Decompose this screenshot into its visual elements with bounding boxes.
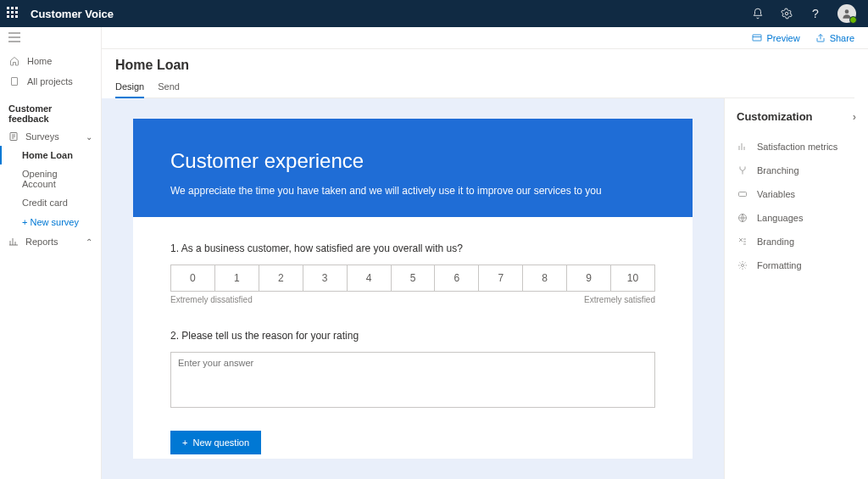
new-question-button[interactable]: + New question: [170, 431, 261, 454]
svg-point-0: [785, 12, 788, 15]
preview-icon: [751, 33, 763, 43]
question-1[interactable]: 1. As a business customer, how satisfied…: [133, 217, 693, 304]
nav-section-label: Customer feedback: [0, 95, 101, 127]
custom-satisfaction-metrics[interactable]: Satisfaction metrics: [737, 135, 856, 159]
preview-button[interactable]: Preview: [751, 33, 800, 43]
rating-6[interactable]: 6: [434, 265, 479, 292]
custom-branching[interactable]: Branching: [737, 159, 856, 182]
svg-rect-5: [739, 192, 747, 197]
scale-low-label: Extremely dissatisfied: [170, 295, 253, 304]
question-2[interactable]: 2. Please tell us the reason for your ra…: [133, 304, 693, 410]
survey-hero[interactable]: Customer experience We appreciate the ti…: [133, 119, 693, 217]
topbar: Customer Voice ?: [0, 0, 868, 27]
hamburger-icon[interactable]: [0, 27, 101, 47]
nav-survey-home-loan[interactable]: Home Loan: [0, 146, 101, 164]
question-1-text: 1. As a business customer, how satisfied…: [170, 242, 655, 254]
question-2-text: 2. Please tell us the reason for your ra…: [170, 330, 655, 342]
surveys-icon: [8, 131, 19, 142]
page-title: Home Loan: [115, 58, 854, 73]
nav-survey-credit-card[interactable]: Credit card: [0, 193, 101, 212]
rating-10[interactable]: 10: [610, 265, 655, 292]
nav-surveys[interactable]: Surveys ⌄: [0, 127, 101, 146]
nav-reports[interactable]: Reports ⌃: [0, 232, 101, 251]
svg-rect-2: [12, 78, 18, 86]
metrics-icon: [737, 141, 748, 153]
canvas-area: Customer experience We appreciate the ti…: [102, 98, 724, 479]
nav-surveys-label: Surveys: [25, 131, 59, 142]
formatting-icon: [737, 259, 748, 271]
nav-new-survey[interactable]: + New survey: [0, 212, 101, 232]
custom-languages[interactable]: Languages: [737, 206, 856, 230]
avatar[interactable]: [837, 4, 856, 23]
tab-send[interactable]: Send: [158, 78, 180, 97]
nav-all-projects[interactable]: All projects: [0, 71, 101, 92]
question-2-input[interactable]: [170, 352, 655, 408]
notification-icon[interactable]: [751, 7, 765, 20]
chevron-down-icon: ⌄: [86, 132, 92, 142]
tab-design[interactable]: Design: [115, 78, 144, 98]
app-title: Customer Voice: [31, 8, 114, 20]
svg-point-7: [742, 265, 744, 267]
tabs: Design Send: [115, 78, 854, 98]
rating-3[interactable]: 3: [303, 265, 348, 292]
svg-point-1: [845, 9, 849, 14]
rating-9[interactable]: 9: [566, 265, 611, 292]
sidebar: Home All projects Customer feedback Surv…: [0, 27, 102, 479]
rating-1[interactable]: 1: [214, 265, 259, 292]
main: Preview Share Home Loan Design Send Cust…: [102, 27, 868, 479]
share-button[interactable]: Share: [815, 33, 854, 43]
survey-title: Customer experience: [170, 149, 655, 173]
survey-subtitle: We appreciate the time you have taken an…: [170, 185, 655, 197]
reports-icon: [8, 237, 19, 247]
custom-variables[interactable]: Variables: [737, 182, 856, 206]
rating-0[interactable]: 0: [170, 265, 215, 292]
waffle-icon[interactable]: [7, 7, 20, 20]
nav-reports-label: Reports: [25, 237, 58, 247]
projects-icon: [8, 75, 20, 87]
scale-high-label: Extremely satisfied: [584, 295, 655, 304]
nav-home-label: Home: [27, 56, 52, 66]
branding-icon: [737, 236, 748, 248]
share-icon: [815, 33, 826, 43]
rating-4[interactable]: 4: [347, 265, 392, 292]
customization-panel: Customization › Satisfaction metrics Bra…: [724, 98, 868, 479]
rating-scale: 0 1 2 3 4 5 6 7 8 9 10: [170, 265, 655, 292]
chevron-up-icon: ⌃: [86, 237, 92, 247]
customization-title: Customization: [737, 110, 813, 123]
survey-canvas: Customer experience We appreciate the ti…: [133, 119, 693, 459]
rating-8[interactable]: 8: [522, 265, 567, 292]
svg-rect-4: [753, 35, 761, 41]
rating-7[interactable]: 7: [478, 265, 523, 292]
custom-formatting[interactable]: Formatting: [737, 253, 856, 277]
command-bar: Preview Share: [102, 27, 868, 49]
home-icon: [8, 55, 20, 67]
rating-2[interactable]: 2: [259, 265, 303, 292]
custom-branding[interactable]: Branding: [737, 230, 856, 253]
nav-all-projects-label: All projects: [27, 76, 73, 86]
nav-home[interactable]: Home: [0, 51, 101, 71]
variables-icon: [737, 188, 748, 200]
globe-icon: [737, 212, 748, 224]
nav-survey-opening-account[interactable]: Opening Account: [0, 164, 101, 193]
branching-icon: [737, 164, 748, 176]
help-icon[interactable]: ?: [809, 7, 822, 20]
plus-icon: +: [182, 437, 187, 448]
chevron-right-icon[interactable]: ›: [853, 110, 856, 123]
settings-icon[interactable]: [780, 7, 793, 20]
rating-5[interactable]: 5: [391, 265, 436, 292]
